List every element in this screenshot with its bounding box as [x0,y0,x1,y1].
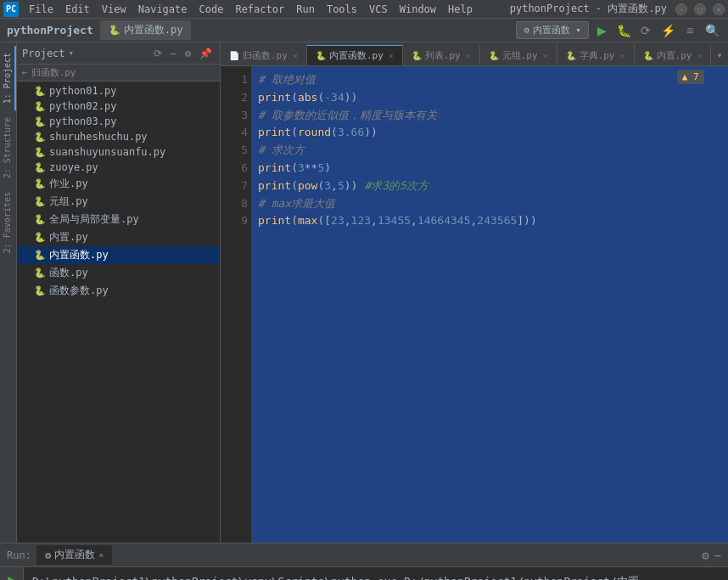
tab-zidian-close[interactable]: ✕ [620,51,625,60]
tab-neizhihanshu[interactable]: 🐍 内置函数.py ✕ [307,45,403,65]
code-comment-3: # 取参数的近似值，精度与版本有关 [258,107,437,125]
file-hanshucshu[interactable]: 🐍 函数参数.py [17,282,220,300]
line-num-1: 1 [221,71,248,89]
menu-code[interactable]: Code [194,2,229,17]
menu-vcs[interactable]: VCS [364,2,393,17]
run-panel-right-controls: ⚙ − [702,549,721,562]
active-file-tab[interactable]: 🐍 内置函数.py [100,20,192,40]
run-panel-minimize-icon[interactable]: − [714,549,721,562]
project-name: pythonProject [7,24,93,37]
file-shuruheshuchu[interactable]: 🐍 shuruheshuchu.py [17,129,220,144]
shuruheshuchu-icon: 🐍 [34,132,46,143]
file-shuruheshuchu-label: shuruheshuchu.py [49,131,148,143]
file-neizhihanshu[interactable]: 🐍 内置函数.py [17,246,220,264]
run-play-button[interactable]: ▶ [3,571,20,580]
more-run-button[interactable]: ≡ [680,21,699,40]
file-neizhi[interactable]: 🐍 内置.py [17,228,220,246]
run-panel-settings-icon[interactable]: ⚙ [702,549,708,562]
run-button[interactable]: ▶ [592,21,611,40]
file-quanjubianliang-label: 全局与局部变量.py [49,212,139,227]
file-zuoye-cn[interactable]: 🐍 作业.py [17,175,220,193]
line-numbers: 1 2 3 4 5 6 7 8 9 [221,66,251,543]
menu-edit[interactable]: Edit [60,2,95,17]
quanjubianliang-icon: 🐍 [34,214,46,225]
code-line-8: # max求最大值 [258,195,721,213]
editor-area: 📄 归函数.py ✕ 🐍 内置函数.py ✕ 🐍 列表.py ✕ 🐍 元组.py… [221,42,728,543]
panel-settings-icon[interactable]: ⚙ [182,47,193,60]
run-tab-active[interactable]: ⚙ 内置函数 ✕ [36,545,112,565]
tab-zidian-icon: 🐍 [566,51,576,60]
code-editor[interactable]: # 取绝对值 print(abs(-34)) # 取参数的近似值，精度与版本有关… [251,66,728,543]
tab-liebiao-label: 列表.py [425,49,461,62]
warning-badge[interactable]: ▲ 7 [677,70,704,84]
run-config-icon: ⚙ [524,25,529,36]
sidebar-tab-favorites[interactable]: 2: Favorites [0,185,16,260]
file-hanshucanshu-label: 函数参数.py [49,284,109,298]
file-suanshuyunsuanfu[interactable]: 🐍 suanshuyunsuanfu.py [17,144,220,160]
python02-icon: 🐍 [34,101,46,112]
tab-zidian[interactable]: 🐍 字典.py ✕ [557,45,635,65]
menu-refactor[interactable]: Refactor [230,2,289,17]
tab-neizhi-close[interactable]: ✕ [697,51,702,60]
panel-collapse-icon[interactable]: − [168,47,179,60]
search-button[interactable]: 🔍 [703,21,721,40]
close-button[interactable]: ✕ [713,3,725,15]
menu-help[interactable]: Help [443,2,478,17]
breadcrumb-back-icon[interactable]: ← [22,67,28,78]
run-config-dropdown[interactable]: ⚙ 内置函数 ▾ [516,21,589,39]
debug-button[interactable]: 🐛 [614,21,633,40]
tab-guihanshu-close[interactable]: ✕ [293,51,298,60]
hanshu-icon: 🐍 [34,267,46,279]
line-num-5: 5 [221,142,248,160]
tab-neizhi[interactable]: 🐍 内置.py ✕ [635,45,712,65]
tab-yuanzu-label: 元组.py [502,49,538,62]
yuanzu-icon: 🐍 [34,196,46,207]
menu-navigate[interactable]: Navigate [133,2,193,17]
panel-pin-icon[interactable]: 📌 [197,47,215,60]
tab-liebiao-icon: 🐍 [412,51,422,60]
code-line-7: print(pow(3,5))#求3的5次方 [258,177,721,195]
zuoye-cn-icon: 🐍 [34,178,46,189]
file-python02[interactable]: 🐍 python02.py [17,99,220,114]
line-num-2: 2 [221,89,248,107]
hanshucanshu-icon: 🐍 [34,285,46,296]
file-quanjubianliang[interactable]: 🐍 全局与局部变量.py [17,211,220,228]
file-neizhihanshu-label: 内置函数.py [49,248,109,262]
menu-tools[interactable]: Tools [322,2,362,17]
coverage-button[interactable]: ⟳ [636,21,655,40]
breadcrumb: ← 归函数.py [17,65,220,82]
app-logo: PC [3,2,19,17]
minimize-button[interactable]: − [675,3,687,15]
file-yuanzu[interactable]: 🐍 元组.py [17,193,220,211]
editor-content[interactable]: 1 2 3 4 5 6 7 8 9 # 取绝对值 print(abs(-34))… [221,66,728,543]
file-hanshu[interactable]: 🐍 函数.py [17,264,220,282]
file-zuoye[interactable]: 🐍 zuoye.py [17,160,220,175]
profile-button[interactable]: ⚡ [658,21,677,40]
tabs-bar: 📄 归函数.py ✕ 🐍 内置函数.py ✕ 🐍 列表.py ✕ 🐍 元组.py… [221,42,728,66]
file-zuoye-cn-label: 作业.py [49,177,88,191]
menu-view[interactable]: View [97,2,132,17]
menu-window[interactable]: Window [395,2,441,17]
sidebar-tab-project[interactable]: 1: Project [0,46,16,110]
run-tab-close-icon[interactable]: ✕ [98,550,104,560]
line-num-4: 4 [221,124,248,142]
tab-liebiao-close[interactable]: ✕ [466,51,471,60]
tab-guihanshu[interactable]: 📄 归函数.py ✕ [221,45,307,65]
tab-neizhihanshu-close[interactable]: ✕ [389,51,394,60]
tab-yuanzu[interactable]: 🐍 元组.py ✕ [480,45,557,65]
menu-run[interactable]: Run [291,2,320,17]
file-python03[interactable]: 🐍 python03.py [17,114,220,129]
left-sidebar: 1: Project 2: Structure 2: Favorites [0,42,17,543]
tabs-overflow-button[interactable]: ▾ [711,45,727,65]
code-line-6: print(3**5) [258,160,721,177]
file-neizhi-label: 内置.py [49,230,88,245]
tab-neizhi-label: 内置.py [657,49,692,62]
file-python01[interactable]: 🐍 python01.py [17,83,220,99]
tab-yuanzu-close[interactable]: ✕ [543,51,548,60]
menu-file[interactable]: File [24,2,59,17]
maximize-button[interactable]: □ [694,3,706,15]
code-line-1: # 取绝对值 [258,71,721,89]
tab-liebiao[interactable]: 🐍 列表.py ✕ [403,45,480,65]
sidebar-tab-structure[interactable]: 2: Structure [0,110,16,185]
panel-sync-icon[interactable]: ⟳ [151,47,165,60]
